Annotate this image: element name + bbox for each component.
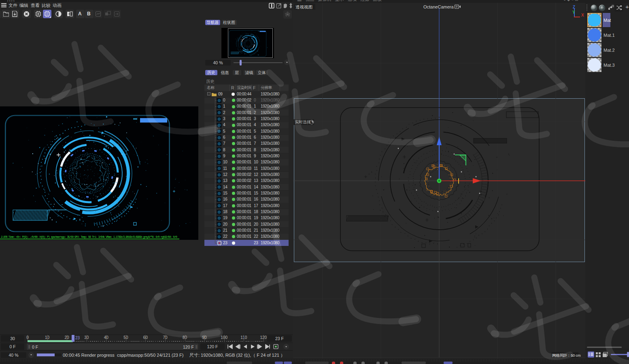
svg-text:2.878 Time: <0>: P(9): -/0/00:: 2.878 Time: <0>: P(9): -/0/00: H(0): P) …	[1, 235, 177, 239]
